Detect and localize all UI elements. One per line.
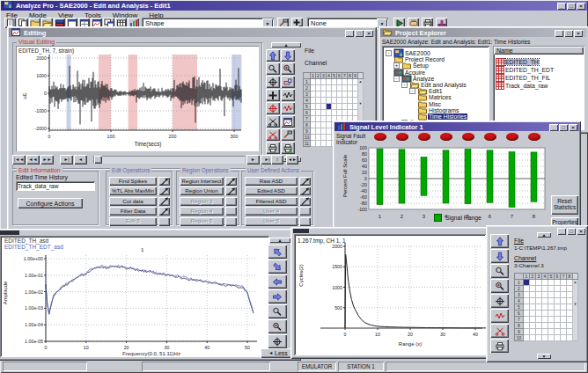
file-panel-tool-printer[interactable] [490,339,509,353]
edit-tool-cut[interactable] [266,115,280,128]
close-button[interactable]: × [569,124,577,131]
minimize-button[interactable]: _ [549,124,558,131]
transport-button[interactable]: ►| [60,155,73,165]
fault-indicator-3 [418,133,430,141]
file-panel-tool-zoom[interactable] [490,264,509,278]
panel-spin-down[interactable]: ▼ [537,354,551,359]
close-button[interactable]: × [577,3,585,10]
file-panel-tool-wave-red[interactable] [490,309,509,323]
file-panel-tool-arrow-up[interactable] [490,234,509,248]
maximize-button[interactable]: □ [559,124,568,131]
transport-button[interactable]: |◄◄ [12,155,26,165]
svg-text:50: 50 [245,345,250,350]
project-tree[interactable]: -SAE2000Project Record+SetupAcquire-Anal… [382,46,489,130]
asd-tool-zoom[interactable] [268,304,287,318]
edited-time-history-field[interactable]: Track_data_raw [16,181,95,191]
action-icon-button[interactable] [225,186,237,195]
maximize-button[interactable]: □ [567,228,576,235]
file-panel-tool-arrow-down[interactable] [490,249,509,263]
raw-asd-button[interactable]: Raw ASD [245,177,298,186]
edit-tool-window-chart[interactable] [281,115,295,128]
edit-tool-zoom[interactable] [266,62,280,75]
edit-tool-zoom-plus[interactable] [281,62,295,75]
tree-expand-toggle[interactable]: - [393,76,400,82]
action-icon-button[interactable] [299,186,311,195]
maximize-button[interactable]: □ [567,3,576,10]
edit-tool-tools[interactable] [281,128,295,141]
asd-tool-arrow-right[interactable] [268,289,287,304]
transport-button[interactable]: ↕ [271,155,283,165]
transport-button[interactable]: ◄◄ [26,155,40,165]
-tl-abs-maxmin-button[interactable]: %TL Abs MaxMin [109,186,157,195]
list-item-track_data_raw[interactable]: Track_data_raw [495,81,548,91]
minimize-button[interactable]: _ [345,30,354,37]
transport-scroll-thumb[interactable] [94,156,102,164]
edit-tool-printer[interactable] [266,142,280,154]
tree-expand-toggle[interactable]: - [386,50,392,56]
region-intersect-button[interactable]: Region Intersect [180,177,224,186]
transport-scrollbar[interactable] [93,156,245,164]
edit-tool-target[interactable] [266,76,280,88]
item-list[interactable]: Name EDITED_THEDITED_TH_EDTEDITED_TH_FIL… [493,46,584,130]
filtered-asd-button[interactable]: Filtered ASD [245,197,298,206]
transport-button[interactable]: ►► [40,155,54,165]
project-explorer-titlebar[interactable]: Project Explorer _□× [380,28,586,37]
asd-tool-arrow-se[interactable] [268,260,287,274]
asd-tool-arrow-nw[interactable] [268,245,287,259]
file-channel-grid[interactable]: 123456781▲▼2345678910 [514,273,578,341]
action-icon-button[interactable] [225,177,237,186]
region-union-button[interactable]: Region Union [180,186,224,195]
action-icon-button[interactable] [299,197,311,206]
asd-palette-scroll-up[interactable]: ▲ [269,238,290,243]
fault-indicator-8 [528,133,540,141]
edit-tool-arrow-up[interactable] [266,49,280,62]
file-panel-tool-zoom-plus[interactable] [490,279,509,293]
close-button[interactable]: × [574,30,583,37]
configure-actions-button[interactable]: Configure Actions [18,198,83,208]
action-icon-button[interactable] [158,207,170,216]
maximize-button[interactable]: □ [355,30,364,37]
action-icon-button [299,207,311,216]
edited-asd-button[interactable]: Edited ASD [245,186,298,195]
minimize-button[interactable]: _ [555,30,563,37]
reset-statistics-button[interactable]: Reset Statistics [551,195,578,215]
asd-tool-target[interactable] [268,334,287,348]
cut-data-button[interactable]: Cut data [109,197,157,206]
file-panel-tool-target[interactable] [490,294,509,308]
tree-expand-toggle[interactable]: - [409,88,415,94]
minimize-button[interactable]: _ [557,228,566,235]
close-button[interactable]: × [364,30,373,37]
edit-tool-printer-2[interactable] [281,142,295,154]
filter-data-button[interactable]: Filter Data [109,207,157,216]
transport-button[interactable]: ► [246,155,260,165]
action-icon-button[interactable] [158,186,170,195]
action-icon-button[interactable] [158,177,170,186]
find-spikes-button[interactable]: Find Spikes [109,177,157,186]
transport-button[interactable]: ◄► [286,155,298,165]
title-bar[interactable]: Analyze Pro - SAE2000 - Edit and Analysi… [1,1,587,11]
action-icon-button[interactable] [158,197,170,206]
edit-tool-cut-red[interactable] [266,128,280,141]
target-red-icon [268,104,278,113]
file-panel-tool-cut-red[interactable] [490,324,509,338]
edit-tool-plus[interactable] [266,89,280,101]
tree-expand-toggle[interactable]: - [401,82,408,88]
editing-titlebar[interactable]: Editing _□× [9,28,375,37]
edit-tool-wave[interactable] [281,89,295,101]
signal-indicator-titlebar[interactable]: Signal Level Indicator 1 _□× [334,122,579,131]
action-icon-button[interactable] [299,177,311,186]
edit-tool-eraser[interactable] [281,76,295,88]
grid-table[interactable]: 123456781▲▼2345678910 [514,273,578,341]
transport-button[interactable]: ◄ [74,155,87,165]
asd-tool-arrow-left[interactable] [268,274,287,289]
asd-tool-zoom-plus[interactable] [268,319,287,333]
panel-spin-up[interactable]: ▲ [537,232,551,238]
edit-tool-target-red[interactable] [266,102,280,114]
close-button[interactable]: × [577,228,585,235]
list-header-name[interactable]: Name [494,47,584,55]
edit-tool-arrow-down[interactable] [281,49,295,62]
palette-scroll-up[interactable]: ▲ [271,42,301,48]
minimize-button[interactable]: _ [557,3,566,10]
edit-tool-wave-red[interactable] [281,102,295,114]
maximize-button[interactable]: □ [564,30,573,37]
